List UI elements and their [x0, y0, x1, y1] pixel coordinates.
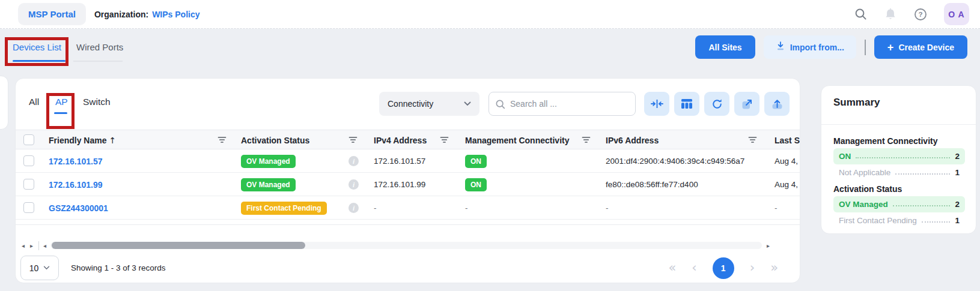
device-name-link[interactable]: 172.16.101.57: [49, 157, 103, 166]
dotted-leader: [856, 157, 950, 158]
next-page-button[interactable]: ›: [750, 262, 755, 274]
device-type-tab-all[interactable]: All: [29, 97, 39, 107]
export-upload-button[interactable]: [764, 92, 790, 116]
select-all-checkbox[interactable]: [23, 134, 34, 145]
summary-item[interactable]: First Contact Pending 1: [833, 212, 965, 229]
refresh-button[interactable]: [704, 92, 729, 116]
create-device-label: Create Device: [898, 43, 954, 52]
ipv6-value: 2001:df4:2900:4:9406:39c4:c949:56a7: [606, 149, 744, 173]
horizontal-scrollbar[interactable]: [50, 242, 762, 249]
avatar[interactable]: O A: [944, 3, 969, 25]
status-badge: First Contact Pending: [241, 202, 327, 215]
scrollbar-thumb[interactable]: [52, 242, 305, 249]
summary-title: Summary: [833, 97, 964, 109]
inactive-tab-underline: [73, 61, 123, 62]
ipv4-value: -: [374, 196, 377, 220]
table-row: GSZ244300001 First Contact Pending i - -…: [16, 196, 800, 220]
row-checkbox[interactable]: [23, 155, 34, 166]
info-icon[interactable]: i: [348, 156, 359, 166]
summary-item-label: OV Managed: [839, 200, 888, 209]
summary-item[interactable]: OV Managed 2: [833, 196, 965, 212]
offscreen-card-edge: [0, 76, 8, 130]
table-columns-icon: [681, 99, 692, 109]
svg-text:?: ?: [918, 11, 922, 18]
row-checkbox[interactable]: [23, 202, 34, 213]
connectivity-filter-select[interactable]: Connectivity: [379, 92, 479, 116]
search-icon[interactable]: [854, 8, 867, 20]
summary-item-value: 1: [955, 216, 960, 225]
filter-icon[interactable]: [218, 136, 227, 145]
summary-item[interactable]: ON 2: [833, 148, 965, 164]
devices-list-card: All AP Switch Connectivity Friendly Name…: [15, 78, 800, 283]
organization-link[interactable]: WIPs Policy: [152, 10, 199, 19]
page-tabs-row: Devices List Wired Ports All Sites Impor…: [0, 29, 980, 70]
scroll-left-icon[interactable]: ◂: [22, 243, 25, 249]
connectivity-badge: ON: [465, 155, 487, 168]
fit-columns-button[interactable]: [644, 92, 669, 116]
notifications-bell-icon[interactable]: [884, 8, 897, 21]
scroll-right-icon[interactable]: ▸: [30, 243, 33, 249]
columns-settings-button[interactable]: [674, 92, 699, 116]
import-from-button[interactable]: Import from...: [764, 35, 856, 59]
help-icon[interactable]: ?: [914, 8, 927, 21]
column-header-ipv6[interactable]: IPv6 Address: [606, 130, 659, 150]
summary-item[interactable]: Not Applicable 1: [833, 164, 965, 181]
dotted-leader: [922, 221, 951, 223]
table-bottom-border: [16, 224, 800, 225]
search-input[interactable]: [510, 99, 618, 109]
ipv6-value: -: [606, 196, 609, 220]
scroll-right-icon[interactable]: ▸: [767, 243, 770, 249]
row-checkbox[interactable]: [23, 179, 34, 190]
ipv6-value: fe80::de08:56ff:fe77:d400: [606, 173, 698, 196]
column-header-friendly-name[interactable]: Friendly Name ↑: [49, 130, 116, 150]
tab-wired-ports[interactable]: Wired Ports: [76, 42, 123, 52]
scroll-left-icon[interactable]: ◂: [43, 243, 46, 249]
summary-item-label: Not Applicable: [839, 168, 890, 177]
ipv4-value: 172.16.101.99: [374, 173, 425, 196]
last-seen-value: Aug 4,: [775, 149, 798, 173]
info-icon[interactable]: i: [348, 203, 359, 213]
filter-icon[interactable]: [748, 136, 757, 145]
scrollbar-divider: [38, 241, 39, 250]
sort-ascending-icon[interactable]: ↑: [109, 136, 116, 145]
page-size-value: 10: [29, 263, 39, 273]
plus-icon: +: [887, 42, 894, 53]
topbar: MSP Portal Organization: WIPs Policy ? O…: [0, 0, 980, 29]
filter-icon[interactable]: [582, 136, 591, 145]
device-name-link[interactable]: GSZ244300001: [49, 203, 108, 213]
organization-label: Organization:: [94, 10, 148, 19]
summary-section-heading: Management Connectivity: [833, 136, 965, 146]
page-size-select[interactable]: 10: [20, 256, 59, 280]
first-page-button[interactable]: «: [668, 262, 676, 274]
filter-icon[interactable]: [440, 136, 449, 145]
column-header-last-seen[interactable]: Last Se: [775, 130, 800, 150]
previous-page-button[interactable]: ‹: [692, 262, 696, 274]
create-device-button[interactable]: + Create Device: [874, 35, 967, 59]
device-type-tab-switch[interactable]: Switch: [83, 97, 111, 107]
table-row: 172.16.101.57 OV Managed i 172.16.101.57…: [16, 149, 800, 173]
actions-divider: [865, 40, 866, 55]
open-in-new-icon: [741, 98, 753, 110]
pagination: « ‹ 1 › »: [668, 256, 778, 280]
info-icon[interactable]: i: [348, 179, 359, 190]
showing-records-text: Showing 1 - 3 of 3 records: [71, 256, 166, 280]
filter-icon[interactable]: [348, 136, 358, 145]
column-header-management-connectivity[interactable]: Management Connectivity: [465, 130, 569, 150]
chevron-down-icon: [464, 101, 471, 106]
device-name-link[interactable]: 172.16.101.99: [49, 180, 103, 190]
summary-item-value: 2: [955, 200, 960, 209]
msp-portal-button[interactable]: MSP Portal: [18, 3, 86, 25]
column-header-activation-status[interactable]: Activation Status: [241, 130, 309, 150]
tab-devices-list[interactable]: Devices List: [13, 42, 61, 52]
summary-item-label: ON: [839, 152, 851, 161]
last-seen-value: -: [775, 196, 778, 220]
open-in-new-button[interactable]: [734, 92, 759, 116]
upload-icon: [772, 98, 783, 110]
device-type-tab-ap[interactable]: AP: [55, 97, 68, 107]
summary-item-value: 2: [955, 152, 960, 161]
column-header-ipv4[interactable]: IPv4 Address: [374, 130, 427, 150]
last-page-button[interactable]: »: [770, 262, 778, 274]
import-download-icon: [776, 41, 785, 53]
current-page-button[interactable]: 1: [713, 257, 734, 279]
all-sites-button[interactable]: All Sites: [695, 35, 755, 59]
